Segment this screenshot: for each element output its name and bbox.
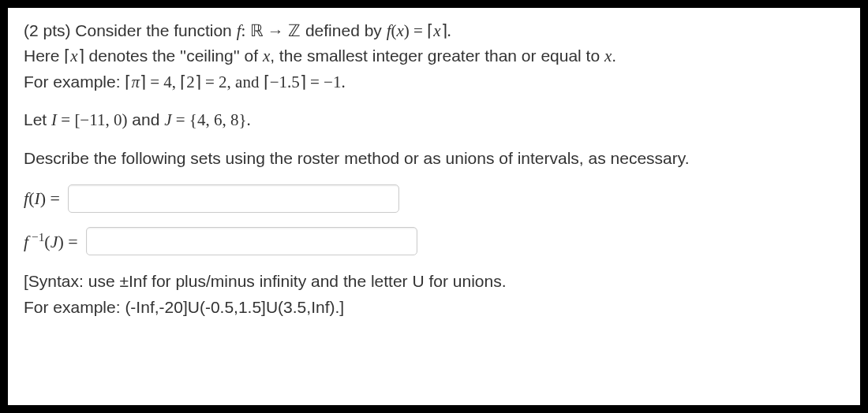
ex1-close: ⌉ <box>140 73 146 91</box>
finvJ-J: J <box>51 232 58 251</box>
expr-paren-open: ( <box>391 21 397 40</box>
finvJ-input[interactable] <box>86 227 417 255</box>
ceil-x-2: x <box>70 47 77 65</box>
answer-row-fI: f(I) = <box>24 184 844 213</box>
ex1-eq: = 4, <box>146 73 180 91</box>
prompt-line-3: For example: ⌈π⌉ = 4, ⌈2⌉ = 2, and ⌈−1.5… <box>24 70 844 94</box>
finvJ-label: f −1(J) = <box>24 229 78 255</box>
ceil-close-2: ⌉ <box>78 47 84 65</box>
domain-R: ℝ <box>250 21 264 40</box>
describe-text: Describe the following sets using the ro… <box>24 149 690 167</box>
expr-x: x <box>397 21 404 40</box>
smallest-int-text: , the smallest integer greater than or e… <box>270 47 604 65</box>
ex2-close: ⌉ <box>195 73 201 91</box>
problem-card: (2 pts) Consider the function f: ℝ → ℤ d… <box>7 7 861 406</box>
let-text: Let <box>24 110 51 128</box>
here-text: Here <box>24 47 64 65</box>
ex3-eq: = −1. <box>306 73 346 91</box>
fI-label: f(I) = <box>24 186 60 211</box>
finvJ-sup: −1 <box>28 230 44 244</box>
set-J: {4, 6, 8} <box>189 110 247 129</box>
ceil-open: ⌈ <box>427 21 433 40</box>
syntax-line-2: For example: (-Inf,-20]U(-0.5,1.5]U(3.5,… <box>24 296 844 319</box>
ex2-eq: = 2, and <box>201 73 264 91</box>
expr-paren-close-eq: ) = <box>404 21 427 40</box>
eq-1: = <box>57 110 74 129</box>
interval-I: [−11, 0) <box>74 110 127 129</box>
and-text: and <box>127 110 164 128</box>
colon: : <box>241 21 249 40</box>
period-1: . <box>447 21 451 40</box>
ex1-pi: π <box>131 73 140 91</box>
ex2-val: 2 <box>186 73 195 91</box>
ex3-close: ⌉ <box>300 73 306 91</box>
syntax-line-1: [Syntax: use ±Inf for plus/minus infinit… <box>24 270 844 293</box>
for-example-text: For example: <box>24 73 125 91</box>
outer-frame: (2 pts) Consider the function f: ℝ → ℤ d… <box>0 0 868 413</box>
ceil-close: ⌉ <box>441 21 447 40</box>
prompt-line-1: (2 pts) Consider the function f: ℝ → ℤ d… <box>24 19 844 43</box>
period-2: . <box>612 47 616 65</box>
let-line: Let I = [−11, 0) and J = {4, 6, 8}. <box>24 108 844 132</box>
fI-I: I <box>34 188 39 208</box>
let-period: . <box>247 110 251 129</box>
defined-by: defined by <box>301 21 387 39</box>
fI-paren-close: ) = <box>40 188 60 208</box>
fI-input[interactable] <box>68 184 399 213</box>
let-I: I <box>51 110 57 129</box>
describe-line: Describe the following sets using the ro… <box>24 147 844 170</box>
points-text: (2 pts) Consider the function <box>24 21 237 39</box>
finvJ-paren-open: ( <box>44 232 50 251</box>
x-var-3: x <box>604 47 612 65</box>
answer-row-finvJ: f −1(J) = <box>24 227 844 255</box>
ex3-open: ⌈ <box>264 73 270 91</box>
arrow: → <box>264 21 289 40</box>
syntax-note: [Syntax: use ±Inf for plus/minus infinit… <box>24 270 844 319</box>
ceil-x: x <box>433 21 440 40</box>
x-var-2: x <box>263 47 270 65</box>
ex3-val: −1.5 <box>270 73 300 91</box>
codomain-Z: ℤ <box>288 21 301 40</box>
eq-2: = <box>171 110 189 129</box>
prompt-line-2: Here ⌈x⌉ denotes the ''ceiling'' of x, t… <box>24 44 844 68</box>
finvJ-paren-close: ) = <box>58 232 77 251</box>
denotes-text: denotes the ''ceiling'' of <box>84 47 263 65</box>
